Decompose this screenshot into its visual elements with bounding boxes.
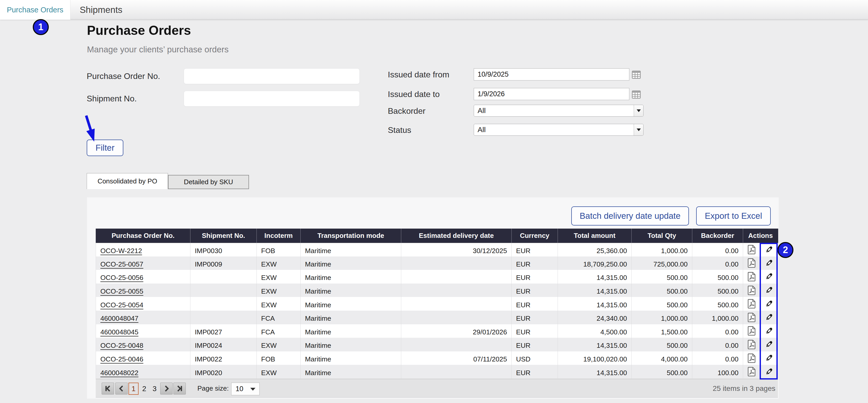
cell-purchase-order-no: OCO-W-2212 <box>96 243 190 256</box>
pdf-button[interactable] <box>748 299 756 309</box>
purchase-order-no-input[interactable] <box>184 68 360 84</box>
pager-first-icon <box>104 385 112 393</box>
cell-shipment-no <box>190 297 257 311</box>
table-row: OCO-25-0057 IMP0009 EXW Maritime EUR 18,… <box>96 256 778 270</box>
page-title: Purchase Orders <box>87 23 191 38</box>
issued-date-to-calendar-button[interactable] <box>632 91 641 99</box>
status-select-arrow-button[interactable] <box>634 124 643 135</box>
cell-total-qty: 500.00 <box>632 338 692 351</box>
pdf-button[interactable] <box>748 313 756 322</box>
backorder-select-arrow-button[interactable] <box>634 105 643 116</box>
chevron-down-icon <box>637 128 641 131</box>
tab-consolidated-by-po[interactable]: Consolidated by PO <box>87 173 168 189</box>
purchase-order-link[interactable]: 4600048045 <box>100 328 138 336</box>
tab-detailed-by-sku[interactable]: Detailed by SKU <box>168 175 249 189</box>
pdf-button[interactable] <box>748 286 756 295</box>
status-select[interactable]: All <box>474 124 644 136</box>
cell-currency: EUR <box>512 311 558 324</box>
cell-incoterm: FOB <box>257 351 301 365</box>
pdf-button[interactable] <box>748 353 756 363</box>
cell-incoterm: EXW <box>257 365 301 378</box>
cell-total-amount: 18,709,250.00 <box>558 256 632 270</box>
table-row: 4600048022 IMP0020 EXW Maritime EUR 14,3… <box>96 365 778 378</box>
table-row: OCO-W-2212 IMP0030 FOB Maritime 30/12/20… <box>96 243 778 256</box>
pdf-button[interactable] <box>748 272 756 281</box>
cell-transportation-mode: Maritime <box>301 256 401 270</box>
tab-shipments[interactable]: Shipments <box>71 0 131 20</box>
column-header-8: Backorder <box>692 228 743 243</box>
pager-previous-icon <box>118 385 125 393</box>
pager-page-1-current[interactable]: 1 <box>128 383 138 395</box>
cell-purchase-order-no: OCO-25-0056 <box>96 270 190 283</box>
table-row: OCO-25-0055 EXW Maritime EUR 14,315.00 5… <box>96 283 778 297</box>
cell-purchase-order-no: 4600048047 <box>96 311 190 324</box>
tab-purchase-orders[interactable]: Purchase Orders <box>0 0 70 20</box>
pdf-icon <box>748 286 756 295</box>
cell-purchase-order-no: 4600048045 <box>96 324 190 338</box>
pdf-button[interactable] <box>748 367 756 376</box>
pdf-button[interactable] <box>748 340 756 349</box>
pdf-icon <box>748 258 756 268</box>
pager-first-button[interactable] <box>102 383 114 395</box>
pdf-button[interactable] <box>748 245 756 254</box>
annotation-step-2-badge: 2 <box>777 242 794 258</box>
cell-purchase-order-no: OCO-25-0057 <box>96 256 190 270</box>
purchase-order-link[interactable]: 4600048047 <box>100 314 138 322</box>
cell-shipment-no <box>190 283 257 297</box>
issued-date-from-calendar-button[interactable] <box>632 71 641 79</box>
pager-summary: 25 items in 3 pages <box>713 379 775 398</box>
pager-previous-button[interactable] <box>115 383 128 395</box>
purchase-order-link[interactable]: OCO-25-0054 <box>100 301 143 309</box>
cell-estimated-delivery-date <box>401 338 512 351</box>
cell-shipment-no: IMP0022 <box>190 351 257 365</box>
cell-total-amount: 19,100,020.00 <box>558 351 632 365</box>
cell-shipment-no: IMP0009 <box>190 256 257 270</box>
purchase-order-link[interactable]: OCO-25-0048 <box>100 342 143 349</box>
pager-next-button[interactable] <box>160 383 173 395</box>
purchase-order-link[interactable]: OCO-25-0046 <box>100 355 143 363</box>
export-to-excel-button[interactable]: Export to Excel <box>696 207 771 225</box>
pdf-button[interactable] <box>748 258 756 268</box>
cell-currency: EUR <box>512 283 558 297</box>
cell-backorder: 1,000.00 <box>692 311 743 324</box>
calendar-icon <box>632 91 641 98</box>
cell-incoterm: EXW <box>257 338 301 351</box>
cell-incoterm: EXW <box>257 256 301 270</box>
issued-date-to-input[interactable] <box>474 88 629 100</box>
cell-incoterm: EXW <box>257 270 301 283</box>
cell-purchase-order-no: OCO-25-0055 <box>96 283 190 297</box>
backorder-select[interactable]: All <box>474 105 644 117</box>
shipment-no-label: Shipment No. <box>87 94 137 103</box>
purchase-order-link[interactable]: OCO-25-0055 <box>100 287 143 295</box>
cell-estimated-delivery-date <box>401 256 512 270</box>
page-size-select[interactable]: 10 <box>231 383 259 395</box>
cell-total-qty: 1,500.00 <box>632 324 692 338</box>
column-header-9: Actions <box>743 228 778 243</box>
purchase-order-link[interactable]: 4600048022 <box>100 369 138 377</box>
batch-delivery-date-update-button[interactable]: Batch delivery date update <box>571 207 689 225</box>
cell-total-qty: 500.00 <box>632 297 692 311</box>
cell-estimated-delivery-date <box>401 311 512 324</box>
purchase-order-link[interactable]: OCO-25-0057 <box>100 260 143 268</box>
cell-total-amount: 25,360.00 <box>558 243 632 256</box>
purchase-order-link[interactable]: OCO-25-0056 <box>100 274 143 281</box>
pdf-icon <box>748 367 756 376</box>
pager-page-3-button[interactable]: 3 <box>149 383 160 395</box>
shipment-no-input[interactable] <box>184 91 360 106</box>
cell-shipment-no: IMP0030 <box>190 243 257 256</box>
pager-last-button[interactable] <box>174 383 186 395</box>
pager-page-2-button[interactable]: 2 <box>139 383 149 395</box>
cell-incoterm: FCA <box>257 311 301 324</box>
cell-backorder: 0.00 <box>692 256 743 270</box>
annotation-step-1-badge: 1 <box>33 19 49 35</box>
page-size-value: 10 <box>236 383 243 395</box>
cell-incoterm: FCA <box>257 324 301 338</box>
purchase-order-link[interactable]: OCO-W-2212 <box>100 247 142 255</box>
cell-currency: EUR <box>512 256 558 270</box>
filter-button[interactable]: Filter <box>87 140 123 156</box>
issued-date-from-input[interactable] <box>474 68 629 81</box>
column-header-4: Estimated delivery date <box>401 228 512 243</box>
cell-total-amount: 24,340.00 <box>558 311 632 324</box>
pdf-button[interactable] <box>748 326 756 336</box>
cell-currency: EUR <box>512 324 558 338</box>
